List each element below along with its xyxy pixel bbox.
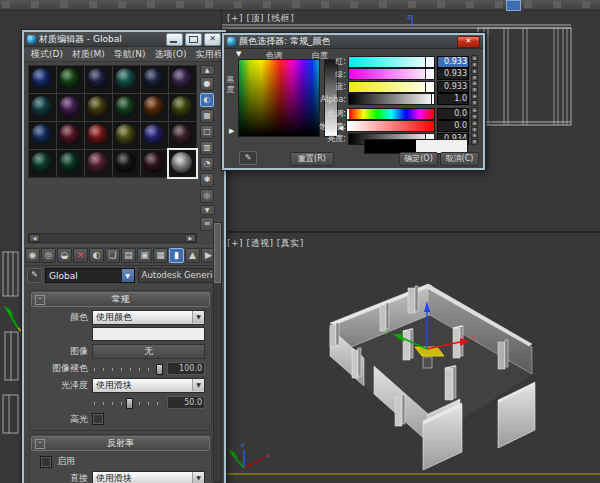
show-end-result-icon[interactable]: ▮ [169, 248, 184, 263]
minimize-button[interactable] [166, 33, 183, 46]
blackness-marker-icon[interactable]: ▶ [229, 128, 234, 135]
image-fade-value[interactable]: 100.0 [167, 362, 205, 375]
collapse-icon[interactable] [35, 439, 45, 449]
scroll-left-icon[interactable] [29, 234, 40, 242]
menu-item-0[interactable]: 模式(D) [31, 48, 63, 61]
sample-slot-12[interactable] [29, 122, 56, 149]
scrollbar-thumb[interactable] [214, 223, 221, 283]
slider-marker[interactable] [346, 109, 349, 119]
sample-uv-tiling-icon[interactable]: □ [200, 125, 214, 139]
material-name-combo[interactable]: Global [45, 268, 135, 283]
sample-slot-2[interactable] [85, 66, 112, 93]
slider-marker[interactable] [431, 94, 434, 104]
green-slider[interactable] [348, 68, 435, 80]
hue-value[interactable]: 0.0 [437, 108, 469, 120]
menu-item-1[interactable]: 材质(M) [72, 48, 105, 61]
dialog-close-icon[interactable] [457, 36, 480, 48]
rollout-general-header[interactable]: 常规 [31, 292, 210, 307]
sample-slot-14[interactable] [85, 122, 112, 149]
chevron-down-icon[interactable] [121, 269, 134, 282]
go-to-parent-icon[interactable]: ▲ [185, 248, 200, 263]
sample-h-scrollbar[interactable] [28, 233, 197, 243]
sample-slot-9[interactable] [113, 94, 140, 121]
hue-blackness-square[interactable] [238, 59, 320, 137]
sample-slot-1[interactable] [57, 66, 84, 93]
make-unique-icon[interactable]: ❏ [105, 248, 120, 263]
scroll-down-icon[interactable]: ▼ [200, 205, 215, 215]
color-selector-titlebar[interactable]: 颜色选择器: 常规_颜色 [224, 35, 483, 49]
hue-slider[interactable] [348, 108, 435, 120]
assign-material-to-selection-icon[interactable]: ◒ [57, 248, 72, 263]
sample-slot-13[interactable] [57, 122, 84, 149]
sample-slot-8[interactable] [85, 94, 112, 121]
red-slider[interactable] [348, 56, 435, 68]
hue-spinner[interactable] [471, 107, 478, 120]
green-spinner[interactable] [471, 68, 478, 81]
sample-slot-10[interactable] [141, 94, 168, 121]
chevron-down-icon[interactable] [192, 472, 204, 483]
left-viewport-canvas[interactable] [0, 10, 22, 483]
sample-slot-15[interactable] [113, 122, 140, 149]
saturation-value[interactable]: 0.0 [437, 120, 469, 132]
alpha-value[interactable]: 1.0 [437, 93, 469, 105]
chevron-down-icon[interactable] [192, 311, 204, 323]
glossiness-slider[interactable] [92, 397, 163, 408]
options-icon[interactable]: ✱ [200, 173, 214, 187]
material-map-navigator-icon[interactable]: ≡ [200, 217, 214, 231]
cancel-button[interactable]: 取消(C) [440, 152, 479, 166]
sample-slot-18[interactable] [29, 150, 56, 177]
menu-item-3[interactable]: 选项(O) [155, 48, 187, 61]
material-type-button[interactable]: Autodesk Generic [138, 268, 221, 283]
sample-slot-20[interactable] [85, 150, 112, 177]
blue-value[interactable]: 0.933 [437, 81, 469, 93]
sample-slot-6[interactable] [29, 94, 56, 121]
saturation-spinner[interactable] [471, 120, 478, 133]
menu-item-2[interactable]: 导航(N) [114, 48, 146, 61]
reset-map-icon[interactable]: ✕ [73, 248, 88, 263]
rollout-reflectance-header[interactable]: 反射率 [31, 436, 210, 451]
select-by-material-icon[interactable]: ◎ [200, 189, 214, 203]
sample-slot-7[interactable] [57, 94, 84, 121]
slider-marker[interactable] [425, 82, 428, 92]
alpha-slider[interactable] [348, 93, 435, 105]
sample-slot-16[interactable] [141, 122, 168, 149]
slider-marker[interactable] [425, 69, 428, 79]
glossiness-mode-dropdown[interactable]: 使用滑块 [92, 378, 205, 393]
sample-slot-23[interactable] [169, 150, 196, 177]
green-value[interactable]: 0.933 [437, 68, 469, 80]
chevron-down-icon[interactable] [192, 379, 204, 391]
reflectance-enable-checkbox[interactable] [40, 456, 52, 468]
saturation-slider[interactable] [348, 120, 435, 132]
direct-mode-dropdown[interactable]: 使用滑块 [92, 471, 205, 483]
sample-slot-4[interactable] [141, 66, 168, 93]
scroll-up-icon[interactable]: ▲ [200, 65, 215, 75]
color-picker-eyedropper-icon[interactable] [239, 151, 257, 165]
sample-slot-0[interactable] [29, 66, 56, 93]
perspective-viewport-canvas[interactable]: x y z x [222, 234, 600, 473]
blue-slider[interactable] [348, 81, 435, 93]
general-color-swatch[interactable] [92, 327, 205, 341]
video-color-check-icon[interactable]: ▥ [200, 141, 214, 155]
get-material-icon[interactable]: ◉ [25, 248, 40, 263]
sample-slot-17[interactable] [169, 122, 196, 149]
hue-marker-icon[interactable]: ▼ [236, 51, 241, 58]
sample-slot-3[interactable] [113, 66, 140, 93]
slider-marker[interactable] [425, 57, 428, 67]
sample-slot-21[interactable] [113, 150, 140, 177]
backlight-icon[interactable]: ◐ [200, 93, 214, 107]
slider-marker[interactable] [346, 121, 349, 131]
image-none-button[interactable]: 无 [92, 344, 205, 359]
sample-slot-5[interactable] [169, 66, 196, 93]
color-mode-dropdown[interactable]: 使用颜色 [92, 310, 205, 325]
scroll-right-icon[interactable] [185, 234, 196, 242]
sample-slot-11[interactable] [169, 94, 196, 121]
show-map-in-viewport-icon[interactable]: ▦ [153, 248, 168, 263]
pick-material-eyedropper-icon[interactable] [27, 268, 42, 283]
material-id-channel-icon[interactable]: ▣ [137, 248, 152, 263]
put-material-to-scene-icon[interactable]: ◎ [41, 248, 56, 263]
image-fade-slider[interactable] [92, 363, 163, 374]
sample-slot-19[interactable] [57, 150, 84, 177]
make-material-copy-icon[interactable]: ◐ [89, 248, 104, 263]
background-checker-icon[interactable]: ▦ [200, 109, 214, 123]
red-value[interactable]: 0.933 [437, 56, 469, 68]
